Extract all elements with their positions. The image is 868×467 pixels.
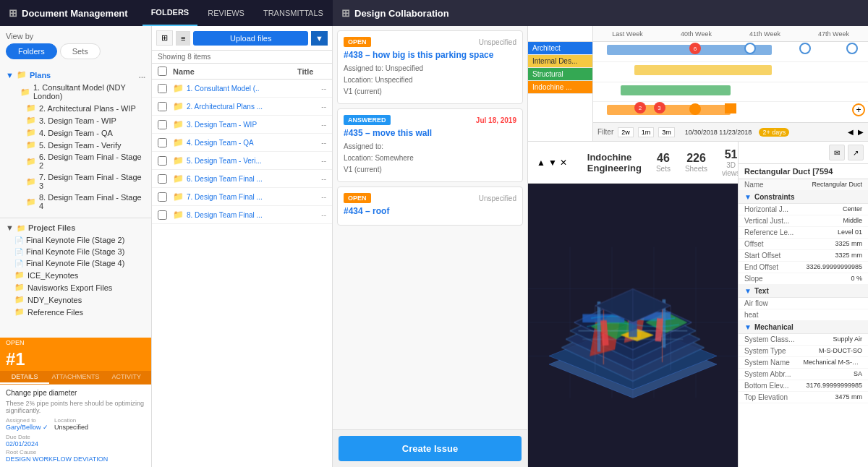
row-checkbox[interactable]	[158, 138, 167, 147]
row-checkbox[interactable]	[158, 156, 167, 166]
right-section: Architect Internal Des... Structural Ind…	[528, 26, 868, 467]
tree-item-final-s2[interactable]: 📁 6. Design Team Final - Stage 2	[9, 151, 151, 171]
tree-item-reference[interactable]: 📁 Reference Files	[0, 306, 151, 318]
issue-438-status: Unspecified	[479, 38, 516, 46]
tree-item-consultant[interactable]: 📁 1. Consultant Model (NDY London)	[9, 82, 151, 102]
row-checkbox[interactable]	[158, 120, 167, 129]
list-view-button[interactable]: ≡	[176, 31, 190, 46]
tree-item-ndy-keynotes[interactable]: 📁 NDY_Keynotes	[0, 294, 151, 306]
issue-434-status: Unspecified	[479, 194, 516, 202]
props-row: heat	[739, 309, 868, 321]
plans-toggle-icon: ▼	[6, 71, 14, 80]
row-checkbox[interactable]	[158, 192, 167, 202]
row-checkbox[interactable]	[158, 210, 167, 220]
issue-438-title[interactable]: #438 – how big is this parking space	[344, 50, 516, 60]
notif-dot-4	[846, 43, 858, 54]
issue-438-meta: Assigned to: Unspecified Location: Unspe…	[344, 63, 516, 98]
select-all-checkbox[interactable]	[158, 67, 167, 76]
doc-row[interactable]: 📁 1. Consultant Model (.. --	[152, 80, 332, 98]
due-date-field: Due Date 02/01/2024	[6, 434, 145, 447]
folder-icon: 📁	[173, 137, 184, 147]
doc-row[interactable]: 📁 5. Design Team - Veri... --	[152, 152, 332, 170]
doc-row[interactable]: 📁 2. Architectural Plans ... --	[152, 98, 332, 116]
bim-up-arrow[interactable]: ▲	[537, 158, 545, 168]
tree-item-keynote4[interactable]: 📄 Final Keynote File (Stage 4)	[0, 257, 151, 269]
gantt-row-indochine: 2 3 +	[593, 102, 868, 122]
issue-434-title[interactable]: #434 – roof	[344, 206, 516, 216]
plans-header[interactable]: ▼ 📁 Plans ...	[0, 68, 151, 82]
row-checkbox[interactable]	[158, 174, 167, 184]
assigned-field: Assigned to Gary/Bellow ✓	[6, 417, 48, 431]
activity-tab[interactable]: ACTIVITY	[102, 371, 151, 384]
bim-down-arrow[interactable]: ▼	[548, 158, 557, 168]
timeline-next-button[interactable]: ▶	[858, 128, 864, 136]
bim-3d-view[interactable]	[528, 178, 738, 467]
bim-stat-3dviews: 51 3D views	[722, 148, 738, 177]
timeline-architect-label[interactable]: Architect	[528, 42, 592, 55]
tree-item-final-s4[interactable]: 📁 8. Design Team Final - Stage 4	[9, 192, 151, 212]
notif-dot-2	[744, 43, 756, 54]
project-files-header[interactable]: ▼ 📁 Project Files	[0, 221, 151, 234]
tree-item-dt-verify[interactable]: 📁 5. Design Team - Verify	[9, 139, 151, 151]
plans-more-icon[interactable]: ...	[139, 71, 145, 80]
gantt-chart-area: Last Week 40th Week 41th Week 47th Week …	[593, 26, 868, 141]
tab-transmittals[interactable]: TRANSMITTALS	[255, 0, 332, 26]
doc-row[interactable]: 📁 3. Design Team - WIP --	[152, 116, 332, 134]
issues-panel: OPEN Unspecified #438 – how big is this …	[333, 26, 528, 467]
issue-435-title[interactable]: #435 – move this wall	[344, 128, 516, 138]
timeline-prev-button[interactable]: ◀	[848, 128, 854, 136]
props-constraints-header[interactable]: ▼ Constraints	[739, 191, 868, 204]
tree-item-final-s3[interactable]: 📁 7. Design Team Final - Stage 3	[9, 171, 151, 192]
text-toggle-icon: ▼	[744, 287, 752, 295]
tree-item-arch[interactable]: 📁 2. Architectural Plans - WIP	[9, 102, 151, 114]
row-checkbox[interactable]	[158, 84, 167, 93]
right-app-title: ⊞ Design Collaboration	[333, 7, 458, 19]
attachments-tab[interactable]: ATTACHMENTS	[49, 371, 101, 384]
doc-row[interactable]: 📁 4. Design Team - QA --	[152, 134, 332, 152]
folders-tab[interactable]: Folders	[6, 43, 57, 59]
doc-row[interactable]: 📁 6. Design Team Final ... --	[152, 170, 332, 188]
folder-icon: 📁	[173, 210, 184, 220]
doc-row[interactable]: 📁 8. Design Team Final ... --	[152, 206, 332, 224]
constraints-rows: Horizontal J... Center Vertical Just... …	[739, 204, 868, 285]
gantt-bar-indochine	[607, 105, 731, 115]
details-tab[interactable]: DETAILS	[0, 371, 49, 384]
tree-item-dt-wip[interactable]: 📁 3. Design Team - WIP	[9, 114, 151, 127]
tab-folders[interactable]: FOLDERS	[142, 0, 198, 26]
bim-close-icon[interactable]: ✕	[560, 158, 567, 168]
folder-icon: 📁	[14, 307, 25, 317]
timeline-structural-label[interactable]: Structural	[528, 68, 592, 81]
tree-item-ice-keynotes[interactable]: 📁 ICE_Keynotes	[0, 269, 151, 281]
issue-438-number: #438	[344, 50, 363, 60]
props-text-header[interactable]: ▼ Text	[739, 285, 868, 298]
sets-tab[interactable]: Sets	[60, 43, 101, 59]
timeline-indochine-label[interactable]: Indochine ...	[528, 81, 592, 94]
project-files-toggle-icon: ▼	[6, 223, 14, 232]
issue-435-date: Jul 18, 2019	[476, 116, 516, 124]
create-issue-button[interactable]: Create Issue	[339, 436, 522, 461]
tree-item-keynote3[interactable]: 📄 Final Keynote File (Stage 3)	[0, 246, 151, 257]
issue-detail-tabs: DETAILS ATTACHMENTS ACTIVITY	[0, 371, 151, 385]
filter-1m-button[interactable]: 1m	[638, 127, 655, 137]
tab-reviews[interactable]: REVIEWS	[199, 0, 253, 26]
export-icon-btn[interactable]: ↗	[848, 145, 864, 160]
tree-item-dt-qa[interactable]: 📁 4. Design Team - QA	[9, 127, 151, 139]
folder-icon: 📁	[173, 83, 184, 93]
doc-list-header: Name Title	[152, 64, 332, 80]
upload-files-button[interactable]: Upload files	[193, 31, 308, 46]
plus-milestone[interactable]: +	[852, 103, 865, 116]
timeline-internal-label[interactable]: Internal Des...	[528, 55, 592, 68]
upload-files-dropdown-button[interactable]: ▼	[311, 31, 328, 46]
tree-item-keynote2[interactable]: 📄 Final Keynote File (Stage 2)	[0, 234, 151, 246]
filter-3m-button[interactable]: 3m	[658, 127, 675, 137]
row-checkbox[interactable]	[158, 102, 167, 111]
email-icon-btn[interactable]: ✉	[829, 145, 845, 160]
props-mechanical-header[interactable]: ▼ Mechanical	[739, 321, 868, 334]
props-toolbar: ✉ ↗	[739, 142, 868, 164]
doc-row[interactable]: 📁 7. Design Team Final ... --	[152, 188, 332, 206]
issue-detail-content: Change pipe diameter These 2⅜ pipe point…	[0, 385, 151, 467]
folder-icon: 📁	[26, 103, 36, 113]
filter-2w-button[interactable]: 2w	[618, 127, 634, 137]
grid-view-button[interactable]: ⊞	[156, 30, 173, 46]
tree-item-navisworks[interactable]: 📁 Navisworks Export Files	[0, 281, 151, 294]
